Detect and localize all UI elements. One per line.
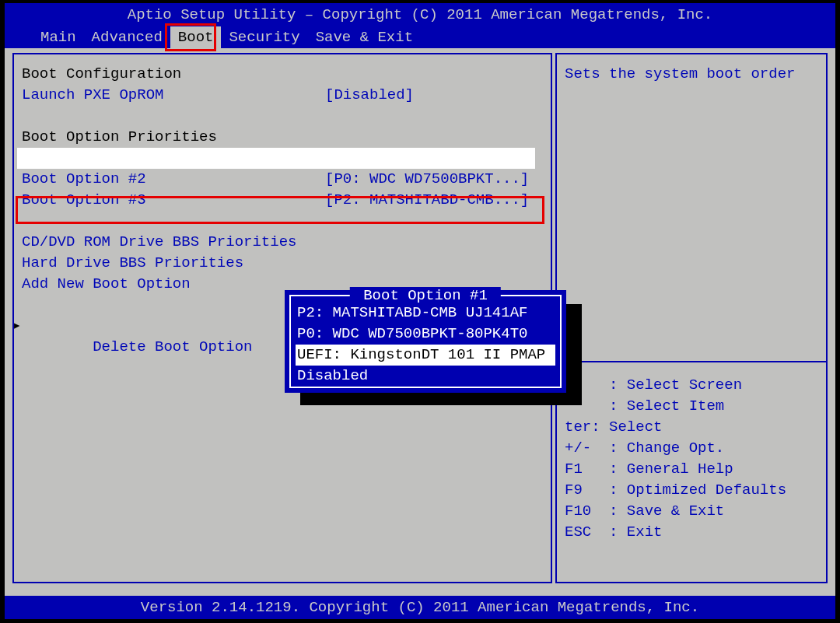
- row-boot-option-1[interactable]: Boot Option #1 [UEFI: KingstonDT 1...]: [17, 148, 535, 169]
- label-delete-boot: Delete Boot Option: [93, 338, 252, 355]
- label-boot-option-3: Boot Option #3: [22, 190, 325, 211]
- cursor-icon: ▸: [12, 316, 21, 337]
- left-panel: Boot Configuration Launch PXE OpROM [Dis…: [22, 64, 551, 316]
- key-help-row: : Select Screen: [565, 375, 786, 396]
- value-boot-option-3: [P2: MATSHITABD-CMB...]: [325, 190, 543, 211]
- label-boot-option-2: Boot Option #2: [22, 169, 325, 190]
- body-area: Boot Configuration Launch PXE OpROM [Dis…: [5, 48, 835, 596]
- popup-items: P2: MATSHITABD-CMB UJ141AF P0: WDC WD750…: [291, 296, 560, 387]
- key-help-row: F10 : Save & Exit: [565, 501, 786, 522]
- popup-item[interactable]: Disabled: [296, 366, 555, 387]
- footer-text: Version 2.14.1219. Copyright (C) 2011 Am…: [141, 599, 699, 616]
- row-boot-option-3[interactable]: Boot Option #3 [P2: MATSHITABD-CMB...]: [22, 190, 551, 211]
- row-cd-bbs[interactable]: CD/DVD ROM Drive BBS Priorities: [22, 232, 551, 253]
- value-boot-option-1: [UEFI: KingstonDT 1...]: [320, 148, 535, 169]
- popup-item-selected[interactable]: UEFI: KingstonDT 101 II PMAP: [296, 345, 555, 366]
- bios-frame: Aptio Setup Utility – Copyright (C) 2011…: [5, 3, 835, 620]
- row-boot-option-2[interactable]: Boot Option #2 [P0: WDC WD7500BPKT...]: [22, 169, 551, 190]
- nav-menu: Main Advanced Boot Security Save & Exit: [5, 26, 835, 48]
- header-title: Aptio Setup Utility – Copyright (C) 2011…: [5, 5, 835, 25]
- nav-item-security[interactable]: Security: [221, 26, 307, 48]
- key-help-row: : Select Item: [565, 396, 786, 417]
- label-launch-pxe: Launch PXE OpROM: [22, 85, 325, 106]
- label-boot-option-1: Boot Option #1: [22, 148, 320, 169]
- section-boot-priorities: Boot Option Priorities: [22, 127, 551, 148]
- popup-title: Boot Option #1: [350, 287, 501, 304]
- right-panel: Sets the system boot order: [565, 64, 821, 84]
- section-boot-config: Boot Configuration: [22, 64, 551, 85]
- right-divider: [557, 361, 826, 362]
- key-help-row: F1 : General Help: [565, 459, 786, 480]
- popup-item[interactable]: P0: WDC WD7500BPKT-80PK4T0: [296, 324, 555, 345]
- nav-item-boot[interactable]: Boot: [170, 26, 222, 48]
- popup-inner: Boot Option #1 P2: MATSHITABD-CMB UJ141A…: [289, 295, 562, 388]
- row-launch-pxe[interactable]: Launch PXE OpROM [Disabled]: [22, 85, 551, 106]
- value-launch-pxe: [Disabled]: [325, 85, 543, 106]
- spacer: [22, 106, 551, 127]
- nav-item-main[interactable]: Main: [33, 26, 84, 48]
- nav-item-advanced[interactable]: Advanced: [84, 26, 170, 48]
- header: Aptio Setup Utility – Copyright (C) 2011…: [5, 3, 835, 48]
- help-description: Sets the system boot order: [565, 64, 821, 84]
- footer: Version 2.14.1219. Copyright (C) 2011 Am…: [5, 596, 835, 619]
- spacer: [22, 211, 551, 232]
- popup-item[interactable]: P2: MATSHITABD-CMB UJ141AF: [296, 303, 555, 324]
- key-help-row: +/- : Change Opt.: [565, 438, 786, 459]
- key-help: : Select Screen : Select Item ter: Selec…: [565, 375, 786, 543]
- value-boot-option-2: [P0: WDC WD7500BPKT...]: [325, 169, 543, 190]
- key-help-row: ESC : Exit: [565, 522, 786, 543]
- popup-boot-option: Boot Option #1 P2: MATSHITABD-CMB UJ141A…: [285, 290, 566, 393]
- row-hd-bbs[interactable]: Hard Drive BBS Priorities: [22, 253, 551, 274]
- key-help-row: F9 : Optimized Defaults: [565, 480, 786, 501]
- key-help-row: ter: Select: [565, 417, 786, 438]
- nav-item-save-exit[interactable]: Save & Exit: [308, 26, 421, 48]
